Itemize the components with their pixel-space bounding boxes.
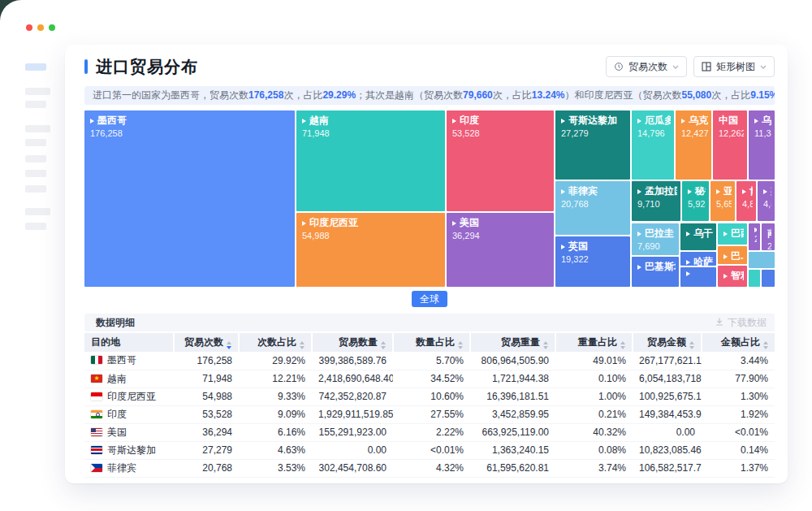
- treemap-cell[interactable]: [749, 270, 760, 287]
- minimize-window-button[interactable]: [37, 24, 44, 31]
- column-header[interactable]: 贸易金额: [633, 333, 702, 352]
- treemap-cell[interactable]: 越南71,948: [296, 110, 445, 211]
- download-data-button[interactable]: 下载数据: [715, 316, 767, 330]
- treemap-cell[interactable]: 墨西哥176,258: [84, 110, 295, 287]
- flag-icon-us: [91, 428, 102, 436]
- chart-type-select[interactable]: 矩形树图: [693, 56, 775, 77]
- value-cell: <0.01%: [702, 423, 775, 441]
- value-cell: 27.55%: [393, 405, 470, 423]
- treemap-cell[interactable]: 菲律宾20,768: [555, 181, 630, 235]
- drilldown-arrow-icon: [637, 232, 641, 236]
- treemap-cell[interactable]: 乌...11,342: [749, 110, 775, 180]
- sort-icon[interactable]: [763, 341, 768, 349]
- column-header[interactable]: 贸易重量: [470, 333, 555, 352]
- treemap-cell[interactable]: 英国19,322: [555, 236, 630, 287]
- sort-icon[interactable]: [458, 341, 463, 349]
- sort-icon[interactable]: [543, 341, 548, 349]
- metric-select[interactable]: 贸易次数: [606, 56, 687, 77]
- treemap-cell[interactable]: 厄瓜多尔14,796: [632, 110, 674, 180]
- drilldown-arrow-icon: [637, 189, 641, 194]
- sort-icon[interactable]: [381, 341, 386, 349]
- value-cell: 10.60%: [393, 388, 470, 405]
- insight-banner: 进口第一的国家为墨西哥，贸易次数176,258次，占比29.29%；其次是越南（…: [84, 86, 775, 105]
- drilldown-arrow-icon: [742, 189, 746, 194]
- sidebar-item-active[interactable]: [25, 63, 46, 71]
- value-cell: 663,925,119.00: [470, 423, 555, 441]
- destination-cell: 印度尼西亚: [84, 388, 174, 405]
- treemap-cell[interactable]: 乌克兰12,427: [676, 110, 711, 180]
- value-cell: 2.22%: [393, 423, 470, 441]
- destination-cell: 菲律宾: [84, 459, 174, 477]
- treemap-cell[interactable]: 巴西: [718, 223, 747, 245]
- column-header[interactable]: 贸易次数: [174, 333, 239, 352]
- table-row[interactable]: 墨西哥176,25829.92%399,386,589.765.70%806,9…: [84, 352, 775, 370]
- treemap-cell[interactable]: 巴...: [718, 246, 747, 264]
- sort-icon[interactable]: [300, 341, 304, 349]
- column-header[interactable]: 重量占比: [555, 333, 633, 352]
- sidebar-item[interactable]: [25, 88, 50, 95]
- section-title: 数据明细: [96, 316, 135, 330]
- treemap-cell[interactable]: 印度53,528: [447, 110, 554, 211]
- value-cell: 9.33%: [239, 388, 312, 405]
- breadcrumb-global-button[interactable]: 全球: [412, 291, 447, 307]
- chart-type-select-value: 矩形树图: [716, 60, 755, 74]
- treemap-cell[interactable]: 巴基斯坦: [632, 257, 679, 287]
- treemap-cell[interactable]: 亚5,650: [710, 181, 735, 221]
- column-header[interactable]: 次数占比: [239, 333, 312, 352]
- sidebar-item[interactable]: [25, 223, 46, 230]
- treemap-cell[interactable]: 肯4,836: [736, 181, 756, 221]
- drilldown-arrow-icon: [716, 189, 720, 194]
- sidebar-item[interactable]: [25, 101, 46, 108]
- value-cell: 1,929,911,519.85: [312, 405, 393, 423]
- treemap-cell[interactable]: 2,5: [749, 223, 760, 250]
- column-header[interactable]: 金额占比: [702, 333, 775, 352]
- sidebar-item[interactable]: [25, 139, 46, 146]
- download-label: 下载数据: [728, 316, 767, 330]
- treemap-cell[interactable]: 中国12,262: [713, 110, 747, 180]
- value-cell: 100,925,675.10: [633, 388, 702, 405]
- download-icon: [715, 317, 724, 329]
- treemap-cell[interactable]: 乌干达: [680, 223, 716, 250]
- treemap-cell[interactable]: 智利: [718, 266, 747, 287]
- table-row[interactable]: 菲律宾20,7683.53%302,454,708.604.32%61,595,…: [84, 459, 775, 477]
- close-window-button[interactable]: [26, 24, 32, 31]
- treemap-cell[interactable]: [749, 252, 775, 268]
- sort-icon[interactable]: [620, 341, 625, 349]
- treemap-cell[interactable]: [762, 270, 775, 287]
- treemap-cell[interactable]: 南2,2: [762, 223, 775, 250]
- table-row[interactable]: 越南71,94812.21%2,418,690,648.4034.52%1,72…: [84, 370, 775, 388]
- sidebar-item[interactable]: [25, 125, 50, 132]
- treemap-cell[interactable]: 哈萨...: [680, 252, 716, 266]
- value-cell: 0.10%: [555, 370, 633, 388]
- sidebar-item[interactable]: [25, 208, 50, 215]
- treemap-cell[interactable]: 斯4,804: [758, 181, 775, 221]
- sort-icon[interactable]: [227, 341, 231, 349]
- value-cell: 5.70%: [393, 352, 470, 370]
- drilldown-arrow-icon: [763, 189, 767, 194]
- sidebar-item[interactable]: [25, 155, 46, 162]
- treemap-cell[interactable]: 秘鲁5,924: [682, 181, 709, 221]
- table-row[interactable]: 印度尼西亚54,9889.33%742,352,820.8710.60%16,3…: [84, 388, 775, 405]
- treemap-cell[interactable]: [680, 267, 716, 287]
- column-header[interactable]: 数量占比: [393, 333, 470, 352]
- value-cell: 302,454,708.60: [312, 459, 393, 477]
- maximize-window-button[interactable]: [49, 24, 55, 31]
- column-header[interactable]: 贸易数量: [312, 333, 393, 352]
- sidebar-item[interactable]: [25, 170, 46, 177]
- value-cell: 1.30%: [702, 388, 775, 405]
- table-row[interactable]: 美国36,2946.16%155,291,923.002.22%663,925,…: [84, 423, 775, 441]
- treemap-cell[interactable]: 孟加拉国9,710: [632, 181, 680, 221]
- treemap-cell[interactable]: 印度尼西亚54,988: [296, 213, 445, 287]
- value-cell: 149,384,453.99: [633, 405, 702, 423]
- insight-banner-text: 进口第一的国家为墨西哥，贸易次数176,258次，占比29.29%；其次是越南（…: [93, 89, 775, 101]
- treemap-cell[interactable]: 巴拉圭7,690: [632, 223, 679, 255]
- table-row[interactable]: 印度53,5289.09%1,929,911,519.8527.55%3,452…: [84, 405, 775, 423]
- sidebar-item[interactable]: [25, 185, 46, 193]
- treemap-cell[interactable]: 哥斯达黎加27,279: [555, 110, 630, 180]
- value-cell: 0.08%: [555, 441, 633, 459]
- treemap-cell[interactable]: 美国36,294: [447, 213, 554, 287]
- table-row[interactable]: 哥斯达黎加27,2794.63%0.00<0.01%1,363,240.150.…: [84, 441, 775, 459]
- sort-icon[interactable]: [689, 341, 694, 349]
- drilldown-arrow-icon: [688, 189, 692, 194]
- value-cell: 3.44%: [702, 352, 775, 370]
